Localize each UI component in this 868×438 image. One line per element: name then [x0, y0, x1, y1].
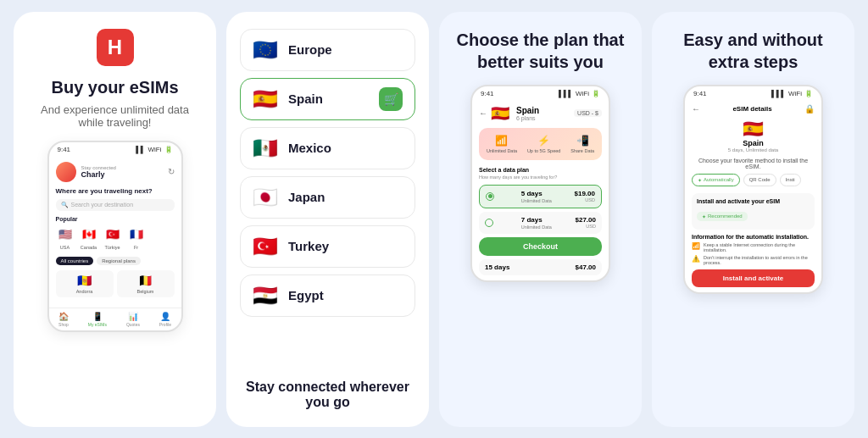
country-row-spain[interactable]: 🇪🇸 Spain 🛒 [240, 78, 415, 120]
p3-currency[interactable]: USD - $ [574, 109, 602, 117]
country-row-egypt[interactable]: 🇪🇬 Egypt [240, 274, 415, 317]
country-grid: 🇦🇩 Andorra 🇧🇪 Belgium [56, 270, 175, 297]
7days-label: 7 days [521, 216, 552, 224]
nav-shop[interactable]: 🏠 Shop [58, 312, 69, 327]
checkout-button[interactable]: Checkout [479, 237, 602, 256]
europe-flag: 🇪🇺 [253, 38, 278, 62]
p3-plans-count: 6 plans [516, 115, 539, 121]
insti-label: Insti [786, 177, 795, 182]
turkey-label: Türkiye [104, 245, 120, 250]
turkey-flag-2: 🇹🇷 [253, 235, 278, 258]
main-container: H Buy your eSIMs And experience unlimite… [0, 0, 868, 438]
user-avatar [56, 162, 76, 182]
p4-nav: ← eSIM details 🔒 [692, 104, 815, 114]
plan-5days-info: 5 days Unlimited Data [521, 190, 552, 203]
nav-quotes[interactable]: 📊 Quotes [126, 312, 140, 327]
status-bar-3: 9:41 ▌▌▌ WiFi 🔋 [472, 86, 609, 99]
info-text-2: Don't interrupt the installation to avoi… [704, 255, 815, 265]
user-header: Stay connected Charly ↻ [56, 162, 175, 182]
country-belgium[interactable]: 🇧🇪 Belgium [117, 270, 175, 297]
flag-canada[interactable]: 🇨🇦 Canada [80, 225, 98, 250]
plan-5days-price: $19.00 USD [575, 190, 595, 202]
plan-7days[interactable]: 7 days Unlimited Data $27.00 USD [479, 212, 602, 234]
user-name: Charly [81, 170, 163, 179]
nav-profile[interactable]: 👤 Profile [159, 312, 171, 327]
popular-flags: 🇺🇸 USA 🇨🇦 Canada 🇹🇷 Türkiye 🇫🇷 Fr [56, 225, 175, 250]
p4-country-name: Spain [743, 139, 764, 147]
profile-icon: 👤 [160, 312, 170, 321]
info-text-1: Keep a stable Internet connection during… [704, 242, 815, 252]
install-activate-button[interactable]: Install and activate [692, 269, 815, 287]
p4-content: ← eSIM details 🔒 🇪🇸 Spain 5 days, Unlimi… [685, 99, 821, 292]
5days-data: Unlimited Data [521, 198, 552, 203]
mexico-name: Mexico [288, 141, 403, 155]
radio-7days [485, 219, 493, 227]
auto-icon: ✦ [698, 177, 702, 183]
country-tabs: All countries Regional plans [56, 257, 175, 265]
panel-1-subtitle: And experience unlimited data while trav… [27, 103, 203, 129]
egypt-name: Egypt [288, 288, 403, 302]
method-insti[interactable]: Insti [780, 174, 801, 186]
panel-3-title: Choose the plan that better suits you [453, 29, 628, 73]
fr-flag: 🇫🇷 [127, 225, 146, 244]
cart-button-spain[interactable]: 🛒 [379, 87, 403, 111]
flag-usa[interactable]: 🇺🇸 USA [56, 225, 75, 250]
status-icons-1: ▌▌ WiFi 🔋 [136, 146, 172, 153]
mexico-flag: 🇲🇽 [253, 136, 278, 160]
fr-label: Fr [134, 245, 138, 250]
canada-flag: 🇨🇦 [80, 225, 98, 244]
country-row-turkey[interactable]: 🇹🇷 Turkey [240, 225, 415, 268]
japan-flag: 🇯🇵 [253, 186, 278, 209]
share-icon: 📲 [576, 135, 589, 147]
spain-name: Spain [288, 91, 369, 106]
plan-7days-price: $27.00 USD [576, 216, 596, 229]
p3-features: 📶 Unlimited Data ⚡ Up to 5G Speed 📲 Shar… [479, 128, 602, 160]
p4-step-title: Install and activate your eSIM [697, 198, 810, 204]
country-list: 🇪🇺 Europe 🇪🇸 Spain 🛒 🇲🇽 Mexico 🇯🇵 Japan … [240, 29, 415, 317]
radio-5days [486, 192, 494, 201]
country-row-japan[interactable]: 🇯🇵 Japan [240, 176, 415, 219]
plan-15days-info: 15 days [485, 263, 509, 271]
info-item-2: ⚠️ Don't interrupt the installation to a… [692, 255, 815, 265]
plan-5days[interactable]: 5 days Unlimited Data $19.00 USD [479, 185, 602, 208]
refresh-icon[interactable]: ↻ [168, 167, 175, 176]
country-row-mexico[interactable]: 🇲🇽 Mexico [240, 127, 415, 169]
usa-label: USA [60, 245, 70, 250]
status-bar-1: 9:41 ▌▌ WiFi 🔋 [49, 142, 181, 155]
canada-label: Canada [81, 245, 97, 250]
status-icons-3: ▌▌▌ WiFi 🔋 [559, 90, 600, 97]
phone-mockup-4: 9:41 ▌▌▌ WiFi 🔋 ← eSIM details 🔒 🇪🇸 Spai… [683, 85, 823, 294]
nav-my-esims[interactable]: 📱 My eSIMs [88, 312, 107, 327]
search-icon: 🔍 [61, 202, 69, 208]
travel-question: Where are you traveling next? [56, 187, 175, 195]
belgium-name: Belgium [137, 289, 154, 294]
tab-regional[interactable]: Regional plans [97, 257, 141, 265]
flag-fr[interactable]: 🇫🇷 Fr [127, 225, 146, 250]
andorra-name: Andorra [76, 289, 93, 294]
plan-15days[interactable]: 15 days $47.00 [479, 259, 602, 275]
speed-icon: ⚡ [537, 135, 550, 147]
back-icon-3[interactable]: ← [479, 108, 487, 118]
select-plan-label: Select a data plan [479, 167, 602, 173]
tab-all-countries[interactable]: All countries [56, 257, 94, 265]
destination-search[interactable]: 🔍 Search your destination [56, 199, 175, 211]
5days-label: 5 days [521, 190, 552, 197]
method-qr[interactable]: QR Code [743, 174, 776, 186]
country-andorra[interactable]: 🇦🇩 Andorra [56, 270, 114, 297]
speed-label: Up to 5G Speed [527, 148, 560, 153]
p4-country-flag: 🇪🇸 [743, 119, 764, 139]
panel-4-title: Easy and without extra steps [665, 29, 841, 73]
time-1: 9:41 [58, 146, 71, 153]
7days-data: Unlimited Data [521, 225, 552, 230]
phone-1-content: Stay connected Charly ↻ Where are you tr… [49, 155, 181, 304]
country-row-europe[interactable]: 🇪🇺 Europe [240, 29, 415, 71]
back-icon-4[interactable]: ← [692, 104, 700, 114]
method-automatic[interactable]: ✦ Automatically [692, 174, 740, 186]
p3-content: ← 🇪🇸 Spain 6 plans USD - $ 📶 Unlimited D… [472, 99, 609, 280]
bottom-nav: 🏠 Shop 📱 My eSIMs 📊 Quotes 👤 Profile [49, 308, 181, 330]
popular-label: Popular [56, 216, 175, 222]
flag-turkey[interactable]: 🇹🇷 Türkiye [103, 225, 122, 250]
turkey-flag: 🇹🇷 [103, 225, 122, 244]
feature-unlimited: 📶 Unlimited Data [487, 135, 517, 153]
lock-icon: 🔒 [804, 104, 815, 114]
